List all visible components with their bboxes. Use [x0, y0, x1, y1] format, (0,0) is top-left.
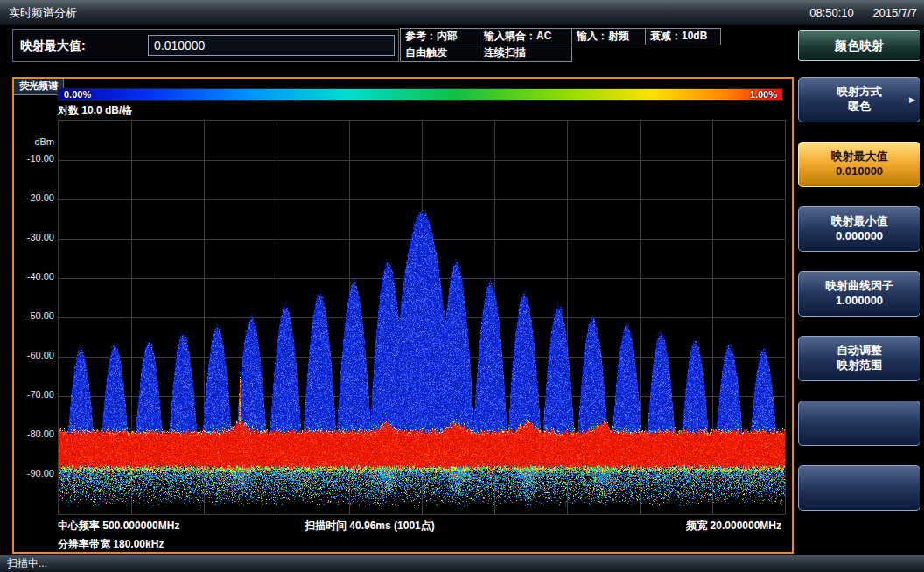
- softkey-map-mode[interactable]: 映射方式 暖色 ▶: [798, 77, 920, 122]
- softkey-blank-1[interactable]: [798, 401, 920, 446]
- app-title: 实时频谱分析: [9, 0, 77, 26]
- softkey-blank-2[interactable]: [798, 465, 920, 511]
- y-tick: -40.00: [16, 271, 54, 282]
- map-max-input[interactable]: [148, 35, 395, 56]
- softkey-label: 映射方式: [799, 85, 920, 98]
- softkey-auto-adjust-range[interactable]: 自动调整 映射范围: [798, 336, 920, 381]
- y-axis-unit: dBm: [16, 136, 54, 147]
- colorbar-max-label: 1.00%: [750, 88, 777, 101]
- clock: 08:50:10 2015/7/7: [794, 0, 917, 26]
- title-bar: 实时频谱分析 08:50:10 2015/7/7: [0, 0, 924, 26]
- sweep-time-readout: 扫描时间 40.96ms (1001点): [304, 519, 435, 534]
- y-tick: -10.00: [16, 153, 54, 164]
- softkey-label: 映射最小值: [799, 214, 920, 227]
- colorbar-min-label: 0.00%: [64, 88, 91, 101]
- softkey-value: 暖色: [799, 101, 920, 113]
- state-trigger: 自由触发: [400, 45, 480, 62]
- softkey-value: 映射范围: [799, 359, 920, 372]
- instrument-state-table: 参考：内部 输入耦合：AC 输入：射频 衰减：10dB 自由触发 连续扫描: [401, 29, 721, 62]
- map-max-label: 映射最大值:: [20, 30, 86, 61]
- arrow-right-icon: ▶: [909, 95, 915, 104]
- map-max-entry-group: 映射最大值:: [12, 29, 399, 62]
- center-freq-readout: 中心频率 500.000000MHz: [58, 519, 179, 534]
- state-coupling: 输入耦合：AC: [479, 28, 572, 45]
- density-colorbar: 0.00% 1.00%: [58, 88, 783, 101]
- y-tick: -90.00: [16, 468, 54, 478]
- tab-persistence-spectrum[interactable]: 荧光频谱: [14, 79, 64, 95]
- y-tick: -80.00: [16, 429, 54, 439]
- time-text: 08:50:10: [809, 6, 854, 19]
- softkey-map-max[interactable]: 映射最大值 0.010000: [798, 142, 920, 187]
- menu-title-color-map[interactable]: 颜色映射: [798, 30, 920, 61]
- scale-label: 对数 10.0 dB/格: [58, 103, 132, 118]
- softkey-value: 0.010000: [799, 165, 920, 178]
- softkey-label: 自动调整: [799, 344, 920, 357]
- softkey-value: 1.000000: [799, 295, 920, 307]
- status-bar: 扫描中...: [0, 555, 924, 572]
- softkey-label: 映射最大值: [799, 150, 920, 163]
- state-reference: 参考：内部: [400, 28, 480, 45]
- y-tick: -60.00: [16, 350, 54, 360]
- softkey-map-curve-factor[interactable]: 映射曲线因子 1.000000: [798, 271, 920, 317]
- state-sweep-mode: 连续扫描: [479, 45, 572, 62]
- spectrum-panel: 荧光频谱 0.00% 1.00% 对数 10.0 dB/格 dBm -10.00…: [12, 77, 794, 554]
- state-input: 输入：射频: [571, 28, 646, 45]
- y-tick: -20.00: [16, 192, 54, 203]
- date-text: 2015/7/7: [872, 6, 917, 19]
- softkey-label: 映射曲线因子: [799, 279, 920, 292]
- y-tick: -30.00: [16, 232, 54, 242]
- softkey-value: 0.000000: [799, 230, 920, 242]
- softkey-map-min[interactable]: 映射最小值 0.000000: [798, 206, 920, 252]
- span-readout: 频宽 20.000000MHz: [686, 519, 781, 534]
- state-attenuation: 衰减：10dB: [645, 28, 721, 45]
- y-tick: -70.00: [16, 389, 54, 400]
- y-tick: -50.00: [16, 310, 54, 321]
- spectrum-canvas: [58, 120, 786, 515]
- rbw-readout: 分辨率带宽 180.00kHz: [58, 537, 164, 552]
